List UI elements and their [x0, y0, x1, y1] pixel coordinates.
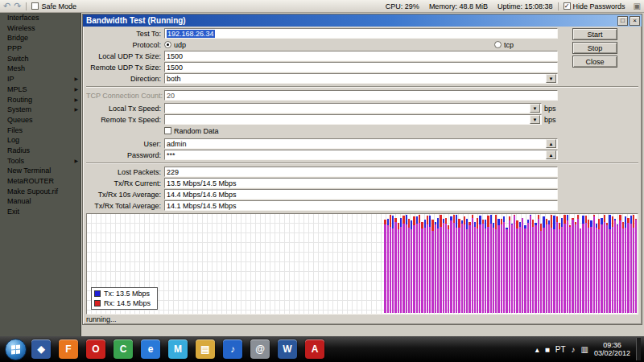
memory-stat: Memory: 48.8 MiB	[429, 2, 488, 10]
sidebar-item-mpls[interactable]: MPLS▶	[0, 84, 80, 95]
sidebar-item-exit[interactable]: Exit	[0, 207, 80, 217]
password-label: Password:	[86, 151, 164, 159]
sidebar-item-new-terminal[interactable]: New Terminal	[0, 166, 80, 176]
chart-bar	[445, 215, 447, 313]
password-history-button[interactable]: ▲	[546, 150, 556, 159]
sidebar-item-system[interactable]: System▶	[0, 105, 80, 115]
sidebar-item-make-supout-rif[interactable]: Make Supout.rif	[0, 187, 80, 197]
sidebar-item-radius[interactable]: Radius	[0, 146, 80, 156]
chart-bars	[384, 215, 637, 313]
firefox-icon-glyph: F	[65, 343, 71, 355]
chart-bar	[538, 215, 539, 313]
sidebar-item-label: Switch	[7, 55, 29, 63]
protocol-tcp-radio[interactable]	[494, 41, 502, 48]
undo-icon[interactable]: ↶	[3, 2, 10, 10]
close-dialog-button[interactable]: Close	[572, 56, 617, 68]
random-data-checkbox[interactable]	[164, 127, 171, 134]
chart-bar	[633, 215, 634, 313]
remote-tx-speed-label: Remote Tx Speed:	[86, 116, 164, 124]
chevron-right-icon: ▶	[74, 74, 78, 84]
local-udp-tx-size-input[interactable]: 1500	[164, 51, 558, 61]
sidebar-item-queues[interactable]: Queues	[0, 115, 80, 125]
window-content: Test To: 192.168.26.34 Protocol: udp tcp…	[83, 27, 642, 324]
restore-button[interactable]: □	[617, 16, 628, 26]
chart-bar	[575, 215, 576, 313]
safe-mode-toggle[interactable]: Safe Mode	[31, 2, 76, 10]
direction-dropdown[interactable]: both ▼	[164, 73, 558, 84]
sidebar-item-ip[interactable]: IP▶	[0, 74, 80, 84]
sidebar-item-log[interactable]: Log	[0, 135, 80, 146]
chart-bar	[593, 215, 595, 313]
sidebar-item-interfaces[interactable]: Interfaces	[0, 13, 80, 23]
chart-bar	[464, 215, 465, 313]
chart-bar	[590, 215, 592, 313]
safe-mode-checkbox[interactable]	[31, 2, 39, 10]
legend-row: Rx: 14.5 Mbps	[94, 299, 151, 307]
chart-bar	[598, 215, 600, 313]
close-window-button[interactable]: ×	[630, 16, 640, 26]
sidebar-item-ppp[interactable]: PPP	[0, 43, 80, 54]
test-to-value: 192.168.26.34	[167, 30, 215, 38]
stop-button[interactable]: Stop	[572, 42, 617, 54]
start-button[interactable]	[5, 339, 27, 360]
local-tx-speed-input[interactable]: ▼	[164, 103, 542, 113]
folder-icon[interactable]: ▤	[196, 339, 215, 359]
tray-app-icon[interactable]: ■	[545, 345, 550, 354]
firefox-icon[interactable]: F	[59, 339, 78, 359]
chrome-icon[interactable]: C	[114, 339, 133, 359]
local-tx-speed-dropdown-button[interactable]: ▼	[530, 104, 540, 113]
user-input[interactable]: admin ▲	[164, 138, 558, 149]
messenger-icon[interactable]: M	[168, 339, 188, 359]
remote-tx-speed-input[interactable]: ▼	[164, 114, 542, 125]
chart-bar	[495, 215, 497, 313]
media-player-icon[interactable]: ♪	[223, 339, 242, 359]
remote-udp-tx-size-input[interactable]: 1500	[164, 62, 558, 72]
sidebar-item-mesh[interactable]: Mesh	[0, 64, 80, 74]
acrobat-icon[interactable]: A	[305, 339, 324, 359]
ie-icon[interactable]: e	[141, 339, 160, 359]
word-icon[interactable]: W	[278, 339, 297, 359]
show-desktop-button[interactable]	[636, 338, 641, 360]
protocol-udp-label: udp	[174, 41, 186, 49]
chart-bar	[479, 215, 481, 313]
protocol-udp-radio[interactable]	[164, 41, 171, 48]
sidebar-item-wireless[interactable]: Wireless	[0, 23, 80, 34]
remote-tx-speed-dropdown-button[interactable]: ▼	[530, 115, 540, 124]
sidebar-item-routing[interactable]: Routing▶	[0, 95, 80, 105]
direction-dropdown-button[interactable]: ▼	[546, 74, 556, 83]
sidebar-item-switch[interactable]: Switch	[0, 54, 80, 64]
cpu-stat: CPU: 29%	[386, 2, 419, 10]
volume-icon[interactable]: ♪	[572, 345, 576, 354]
sidebar-item-label: MetaROUTER	[7, 177, 54, 185]
sidebar-item-bridge[interactable]: Bridge	[0, 33, 80, 43]
chart-bar	[406, 215, 407, 313]
chart-bar	[497, 215, 499, 313]
sidebar-item-metarouter[interactable]: MetaROUTER	[0, 176, 80, 187]
tray-expand-icon[interactable]: ▴	[535, 345, 539, 354]
sidebar-item-label: Log	[7, 136, 19, 144]
password-input[interactable]: *** ▲	[164, 150, 558, 160]
network-icon[interactable]: ▥	[581, 345, 588, 354]
redo-icon[interactable]: ↷	[14, 2, 21, 10]
start-button[interactable]: Start	[572, 28, 617, 40]
window-titlebar[interactable]: Bandwidth Test (Running) □ ×	[83, 14, 642, 27]
legend-swatch	[94, 290, 101, 297]
sidebar-item-tools[interactable]: Tools▶	[0, 156, 80, 167]
app-icon-blue[interactable]: ◆	[31, 339, 51, 359]
hide-passwords-checkbox[interactable]: ✓	[564, 2, 571, 10]
sidebar-item-files[interactable]: Files	[0, 125, 80, 136]
user-history-button[interactable]: ▲	[546, 139, 556, 148]
hide-passwords-toggle[interactable]: ✓ Hide Passwords	[564, 2, 625, 10]
window-layout-icon[interactable]: ▣	[634, 2, 641, 10]
opera-icon[interactable]: O	[86, 339, 105, 359]
chart-bar	[408, 215, 410, 313]
chart-bar	[524, 215, 526, 313]
clock[interactable]: 09:36 03/02/2012	[594, 341, 630, 357]
sidebar-item-manual[interactable]: Manual	[0, 196, 80, 207]
language-indicator[interactable]: PT	[555, 345, 566, 354]
mail-icon[interactable]: @	[250, 339, 270, 359]
tcp-connection-count-input[interactable]: 20	[164, 90, 558, 101]
chart-bar	[448, 215, 449, 313]
chart-bar	[384, 215, 386, 313]
test-to-input[interactable]: 192.168.26.34	[164, 28, 558, 39]
